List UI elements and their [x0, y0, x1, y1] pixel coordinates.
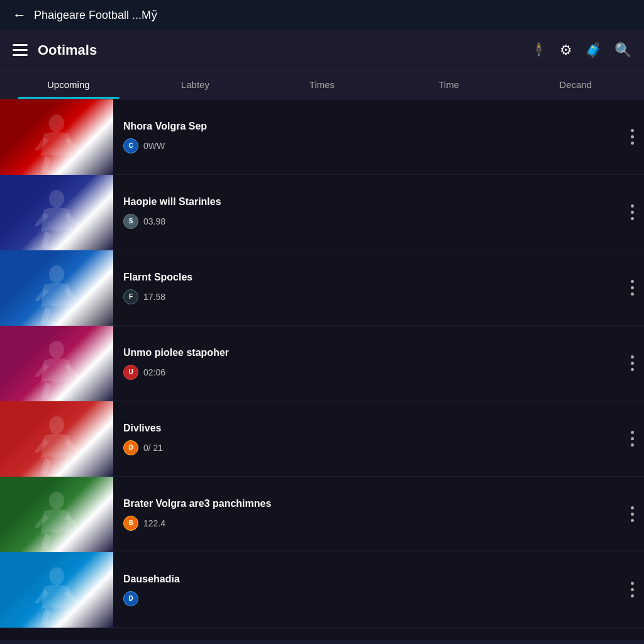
match-title: Unmo piolee stapoher	[123, 347, 611, 358]
match-time: 03.98	[143, 216, 165, 226]
match-time: 0WW	[143, 141, 165, 151]
settings-icon[interactable]: ⚙	[560, 42, 572, 58]
match-time: 122.4	[143, 518, 165, 528]
match-time: 02:06	[143, 367, 165, 377]
match-thumbnail	[0, 99, 113, 175]
match-item: Haopie will Starinles S 03.98	[0, 175, 644, 250]
match-meta: D	[123, 591, 611, 606]
match-info: Nhora Volgra Sep C 0WW	[113, 113, 621, 161]
match-more-button[interactable]	[621, 129, 644, 145]
match-title: Dausehadia	[123, 574, 611, 585]
match-title: Flarnt Spocles	[123, 272, 611, 283]
toolbar: Ootimals 🕴 ⚙ 🧳 🔍	[0, 30, 644, 70]
status-bar: ← Phaigeare Football ...Mỹ	[0, 0, 644, 30]
match-time: 0/ 21	[143, 443, 163, 453]
match-title: Haopie will Starinles	[123, 196, 611, 208]
match-item: Divlives D 0/ 21	[0, 401, 644, 477]
match-item: Unmo piolee stapoher U 02:06	[0, 326, 644, 401]
back-button[interactable]: ←	[13, 7, 26, 23]
toolbar-icons: 🕴 ⚙ 🧳 🔍	[530, 42, 631, 58]
match-more-button[interactable]	[621, 355, 644, 371]
league-badge: D	[123, 591, 138, 606]
match-item: Nhora Volgra Sep C 0WW	[0, 99, 644, 175]
match-item: Brater Volgra are3 panchimnes B 122.4	[0, 477, 644, 552]
match-info: Unmo piolee stapoher U 02:06	[113, 340, 621, 387]
match-thumbnail	[0, 477, 113, 552]
svg-point-1	[49, 190, 64, 208]
menu-button[interactable]	[13, 44, 28, 56]
league-badge: D	[123, 440, 138, 455]
svg-point-5	[49, 492, 64, 509]
tab-time[interactable]: Time	[386, 70, 513, 99]
match-thumbnail	[0, 326, 113, 401]
svg-point-0	[49, 114, 64, 132]
league-badge: B	[123, 516, 138, 531]
match-info: Haopie will Starinles S 03.98	[113, 189, 621, 236]
match-thumbnail	[0, 175, 113, 250]
match-time: 17.58	[143, 292, 165, 302]
match-title: Nhora Volgra Sep	[123, 121, 611, 132]
svg-point-4	[49, 416, 64, 434]
match-info: Brater Volgra are3 panchimnes B 122.4	[113, 491, 621, 538]
match-item: Dausehadia D	[0, 552, 644, 628]
brand-name: Ootimals	[38, 42, 530, 58]
match-meta: U 02:06	[123, 365, 611, 380]
tab-labtey[interactable]: Labtey	[132, 70, 259, 99]
tab-decand[interactable]: Decand	[512, 70, 639, 99]
match-meta: S 03.98	[123, 214, 611, 229]
match-thumbnail	[0, 401, 113, 477]
match-list: Nhora Volgra Sep C 0WW	[0, 99, 644, 640]
status-title: Phaigeare Football ...Mỹ	[34, 8, 631, 22]
league-badge: F	[123, 289, 138, 304]
league-badge: U	[123, 365, 138, 380]
match-info: Flarnt Spocles F 17.58	[113, 264, 621, 312]
match-more-button[interactable]	[621, 582, 644, 597]
match-info: Divlives D 0/ 21	[113, 415, 621, 463]
match-meta: C 0WW	[123, 138, 611, 153]
tab-times[interactable]: Times	[258, 70, 386, 99]
match-meta: D 0/ 21	[123, 440, 611, 455]
match-thumbnail	[0, 552, 113, 628]
tab-bar: UpcomingLabteyTimesTimeDecand	[0, 70, 644, 99]
league-badge: C	[123, 138, 138, 153]
match-meta: B 122.4	[123, 516, 611, 531]
match-more-button[interactable]	[621, 431, 644, 447]
league-badge: S	[123, 214, 138, 229]
match-item: Flarnt Spocles F 17.58	[0, 250, 644, 326]
match-more-button[interactable]	[621, 280, 644, 296]
search-icon[interactable]: 🔍	[614, 42, 631, 58]
match-more-button[interactable]	[621, 506, 644, 522]
briefcase-icon[interactable]: 🧳	[585, 42, 602, 58]
svg-point-6	[49, 567, 64, 585]
match-title: Divlives	[123, 423, 611, 434]
person-icon[interactable]: 🕴	[530, 42, 547, 58]
match-thumbnail	[0, 250, 113, 326]
match-more-button[interactable]	[621, 204, 644, 220]
tab-upcoming[interactable]: Upcoming	[5, 70, 132, 99]
match-title: Brater Volgra are3 panchimnes	[123, 498, 611, 509]
svg-point-3	[49, 341, 64, 358]
svg-point-2	[49, 265, 64, 283]
match-meta: F 17.58	[123, 289, 611, 304]
match-info: Dausehadia D	[113, 566, 621, 614]
